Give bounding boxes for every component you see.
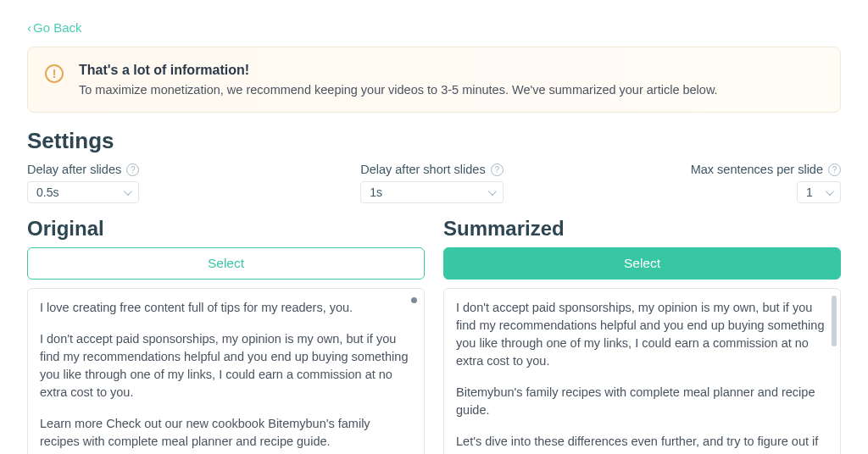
setting-label: Max sentences per slide ?	[691, 163, 841, 176]
scrollbar-thumb[interactable]	[832, 296, 837, 346]
chevron-down-icon	[488, 187, 497, 196]
setting-label: Delay after slides ?	[27, 163, 139, 176]
setting-label: Delay after short slides ?	[360, 163, 503, 176]
exclamation-icon: !	[45, 64, 64, 83]
delay-slides-select[interactable]: 0.5s	[27, 181, 139, 203]
go-back-label: Go Back	[33, 20, 82, 35]
columns: Original Select I love creating free con…	[27, 217, 841, 454]
select-original-button[interactable]: Select	[27, 247, 425, 280]
select-value: 1	[806, 185, 813, 199]
summarized-textarea[interactable]: I don't accept paid sponsorships, my opi…	[443, 288, 841, 454]
original-paragraph: I love creating free content full of tip…	[40, 299, 412, 317]
label-text: Delay after slides	[27, 163, 121, 176]
go-back-link[interactable]: ‹ Go Back	[27, 20, 82, 35]
original-paragraph: I don't accept paid sponsorships, my opi…	[40, 330, 412, 401]
summarized-paragraph: Let's dive into these differences even f…	[456, 433, 828, 454]
setting-delay-after-slides: Delay after slides ? 0.5s	[27, 163, 139, 203]
help-icon[interactable]: ?	[828, 163, 841, 176]
summarized-column: Summarized Select I don't accept paid sp…	[443, 217, 841, 454]
label-text: Max sentences per slide	[691, 163, 823, 176]
alert-body: To maximize monetization, we recommend k…	[79, 83, 718, 97]
delay-short-slides-select[interactable]: 1s	[360, 181, 503, 203]
alert-title: That's a lot of information!	[79, 63, 718, 78]
setting-delay-after-short-slides: Delay after short slides ? 1s	[360, 163, 503, 203]
max-sentences-select[interactable]: 1	[797, 181, 841, 203]
label-text: Delay after short slides	[360, 163, 485, 176]
help-icon[interactable]: ?	[491, 163, 504, 176]
chevron-down-icon	[826, 187, 834, 196]
summarized-title: Summarized	[443, 217, 841, 241]
chevron-left-icon: ‹	[27, 20, 31, 35]
help-icon[interactable]: ?	[126, 163, 139, 176]
summarized-paragraph: I don't accept paid sponsorships, my opi…	[456, 299, 828, 370]
original-paragraph: Learn more Check out our new cookbook Bi…	[40, 415, 412, 451]
summarized-paragraph: Bitemybun's family recipes with complete…	[456, 384, 828, 419]
settings-heading: Settings	[27, 128, 841, 154]
scroll-indicator-icon	[411, 297, 417, 303]
select-value: 1s	[370, 185, 382, 199]
info-alert: ! That's a lot of information! To maximi…	[27, 47, 841, 113]
select-value: 0.5s	[36, 185, 58, 199]
select-summarized-button[interactable]: Select	[443, 247, 841, 280]
setting-max-sentences: Max sentences per slide ? 1	[691, 163, 841, 203]
original-column: Original Select I love creating free con…	[27, 217, 425, 454]
original-textarea[interactable]: I love creating free content full of tip…	[27, 288, 425, 454]
original-title: Original	[27, 217, 425, 241]
chevron-down-icon	[124, 187, 132, 196]
settings-row: Delay after slides ? 0.5s Delay after sh…	[27, 163, 841, 203]
